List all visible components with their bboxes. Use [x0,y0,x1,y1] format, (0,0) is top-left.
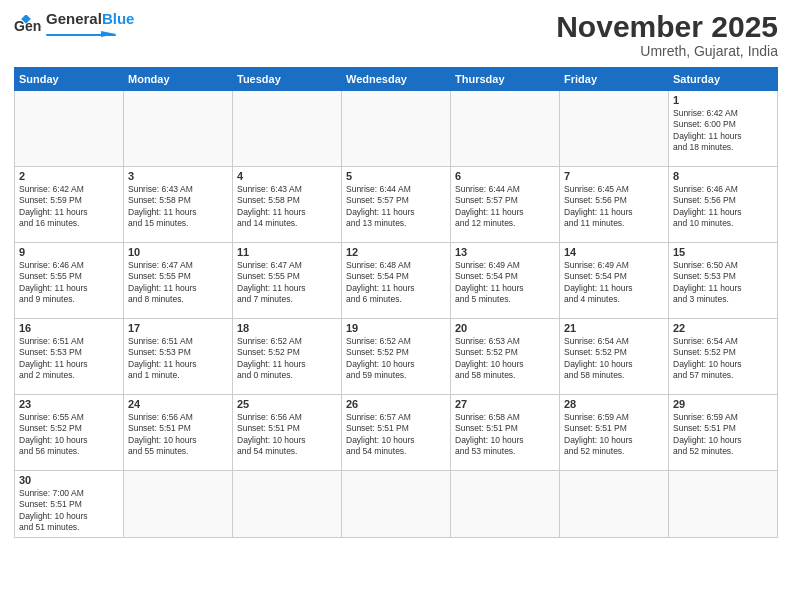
table-row: 17Sunrise: 6:51 AM Sunset: 5:53 PM Dayli… [124,319,233,395]
day-info: Sunrise: 6:59 AM Sunset: 5:51 PM Dayligh… [564,412,664,458]
logo: General GeneralBlue [14,10,134,43]
table-row [15,91,124,167]
table-row: 22Sunrise: 6:54 AM Sunset: 5:52 PM Dayli… [669,319,778,395]
day-number: 29 [673,398,773,410]
day-info: Sunrise: 6:43 AM Sunset: 5:58 PM Dayligh… [237,184,337,230]
day-number: 11 [237,246,337,258]
day-info: Sunrise: 6:54 AM Sunset: 5:52 PM Dayligh… [673,336,773,382]
table-row: 23Sunrise: 6:55 AM Sunset: 5:52 PM Dayli… [15,395,124,471]
day-number: 21 [564,322,664,334]
table-row: 15Sunrise: 6:50 AM Sunset: 5:53 PM Dayli… [669,243,778,319]
day-number: 26 [346,398,446,410]
table-row: 8Sunrise: 6:46 AM Sunset: 5:56 PM Daylig… [669,167,778,243]
day-info: Sunrise: 6:51 AM Sunset: 5:53 PM Dayligh… [128,336,228,382]
day-number: 28 [564,398,664,410]
col-header-monday: Monday [124,68,233,91]
day-number: 8 [673,170,773,182]
day-number: 27 [455,398,555,410]
table-row [233,471,342,538]
page: General GeneralBlue November 2025 Umreth… [0,0,792,612]
day-info: Sunrise: 6:44 AM Sunset: 5:57 PM Dayligh… [455,184,555,230]
table-row: 9Sunrise: 6:46 AM Sunset: 5:55 PM Daylig… [15,243,124,319]
header: General GeneralBlue November 2025 Umreth… [14,10,778,59]
logo-underline [46,31,116,39]
table-row: 12Sunrise: 6:48 AM Sunset: 5:54 PM Dayli… [342,243,451,319]
day-info: Sunrise: 6:43 AM Sunset: 5:58 PM Dayligh… [128,184,228,230]
table-row: 4Sunrise: 6:43 AM Sunset: 5:58 PM Daylig… [233,167,342,243]
day-number: 16 [19,322,119,334]
table-row: 13Sunrise: 6:49 AM Sunset: 5:54 PM Dayli… [451,243,560,319]
day-info: Sunrise: 6:50 AM Sunset: 5:53 PM Dayligh… [673,260,773,306]
col-header-friday: Friday [560,68,669,91]
table-row: 20Sunrise: 6:53 AM Sunset: 5:52 PM Dayli… [451,319,560,395]
day-number: 30 [19,474,119,486]
calendar-table: SundayMondayTuesdayWednesdayThursdayFrid… [14,67,778,538]
table-row: 18Sunrise: 6:52 AM Sunset: 5:52 PM Dayli… [233,319,342,395]
day-number: 5 [346,170,446,182]
table-row: 14Sunrise: 6:49 AM Sunset: 5:54 PM Dayli… [560,243,669,319]
day-info: Sunrise: 6:54 AM Sunset: 5:52 PM Dayligh… [564,336,664,382]
day-number: 13 [455,246,555,258]
day-number: 10 [128,246,228,258]
table-row: 16Sunrise: 6:51 AM Sunset: 5:53 PM Dayli… [15,319,124,395]
day-info: Sunrise: 6:49 AM Sunset: 5:54 PM Dayligh… [455,260,555,306]
table-row: 28Sunrise: 6:59 AM Sunset: 5:51 PM Dayli… [560,395,669,471]
table-row [560,91,669,167]
day-number: 24 [128,398,228,410]
table-row [560,471,669,538]
day-number: 19 [346,322,446,334]
day-number: 2 [19,170,119,182]
title-area: November 2025 Umreth, Gujarat, India [556,10,778,59]
table-row [342,471,451,538]
day-info: Sunrise: 6:57 AM Sunset: 5:51 PM Dayligh… [346,412,446,458]
day-info: Sunrise: 7:00 AM Sunset: 5:51 PM Dayligh… [19,488,119,534]
month-title: November 2025 [556,10,778,43]
day-number: 4 [237,170,337,182]
table-row: 24Sunrise: 6:56 AM Sunset: 5:51 PM Dayli… [124,395,233,471]
subtitle: Umreth, Gujarat, India [556,43,778,59]
table-row: 7Sunrise: 6:45 AM Sunset: 5:56 PM Daylig… [560,167,669,243]
day-number: 18 [237,322,337,334]
day-info: Sunrise: 6:55 AM Sunset: 5:52 PM Dayligh… [19,412,119,458]
table-row [669,471,778,538]
table-row [342,91,451,167]
table-row [124,91,233,167]
day-number: 12 [346,246,446,258]
day-info: Sunrise: 6:47 AM Sunset: 5:55 PM Dayligh… [237,260,337,306]
table-row: 5Sunrise: 6:44 AM Sunset: 5:57 PM Daylig… [342,167,451,243]
table-row: 11Sunrise: 6:47 AM Sunset: 5:55 PM Dayli… [233,243,342,319]
col-header-thursday: Thursday [451,68,560,91]
day-info: Sunrise: 6:51 AM Sunset: 5:53 PM Dayligh… [19,336,119,382]
table-row [233,91,342,167]
day-number: 6 [455,170,555,182]
day-info: Sunrise: 6:56 AM Sunset: 5:51 PM Dayligh… [128,412,228,458]
day-number: 3 [128,170,228,182]
day-info: Sunrise: 6:48 AM Sunset: 5:54 PM Dayligh… [346,260,446,306]
day-info: Sunrise: 6:53 AM Sunset: 5:52 PM Dayligh… [455,336,555,382]
day-number: 25 [237,398,337,410]
table-row: 3Sunrise: 6:43 AM Sunset: 5:58 PM Daylig… [124,167,233,243]
day-info: Sunrise: 6:52 AM Sunset: 5:52 PM Dayligh… [237,336,337,382]
day-number: 1 [673,94,773,106]
day-number: 23 [19,398,119,410]
day-info: Sunrise: 6:45 AM Sunset: 5:56 PM Dayligh… [564,184,664,230]
day-info: Sunrise: 6:58 AM Sunset: 5:51 PM Dayligh… [455,412,555,458]
col-header-sunday: Sunday [15,68,124,91]
day-info: Sunrise: 6:46 AM Sunset: 5:56 PM Dayligh… [673,184,773,230]
table-row: 6Sunrise: 6:44 AM Sunset: 5:57 PM Daylig… [451,167,560,243]
day-info: Sunrise: 6:44 AM Sunset: 5:57 PM Dayligh… [346,184,446,230]
table-row: 30Sunrise: 7:00 AM Sunset: 5:51 PM Dayli… [15,471,124,538]
table-row: 21Sunrise: 6:54 AM Sunset: 5:52 PM Dayli… [560,319,669,395]
day-info: Sunrise: 6:49 AM Sunset: 5:54 PM Dayligh… [564,260,664,306]
table-row: 27Sunrise: 6:58 AM Sunset: 5:51 PM Dayli… [451,395,560,471]
day-number: 22 [673,322,773,334]
svg-marker-3 [101,31,116,37]
table-row: 19Sunrise: 6:52 AM Sunset: 5:52 PM Dayli… [342,319,451,395]
day-info: Sunrise: 6:59 AM Sunset: 5:51 PM Dayligh… [673,412,773,458]
col-header-saturday: Saturday [669,68,778,91]
table-row [451,471,560,538]
table-row [451,91,560,167]
table-row: 10Sunrise: 6:47 AM Sunset: 5:55 PM Dayli… [124,243,233,319]
day-number: 20 [455,322,555,334]
logo-icon: General [14,15,42,39]
